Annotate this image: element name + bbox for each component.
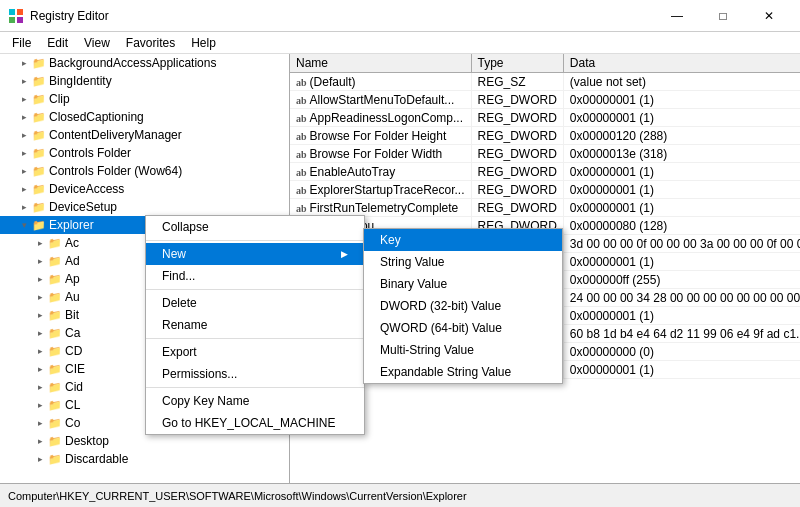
tree-item[interactable]: ▸📁Clip: [0, 90, 289, 108]
tree-expander[interactable]: ▸: [32, 400, 48, 410]
reg-icon: ab: [296, 95, 307, 106]
context-menu-item-go-to-hkey_local_machine[interactable]: Go to HKEY_LOCAL_MACHINE: [146, 412, 364, 434]
folder-icon: 📁: [32, 111, 46, 124]
cell-name: abBrowse For Folder Height: [290, 127, 471, 145]
menu-edit[interactable]: Edit: [39, 34, 76, 52]
context-menu-item-rename[interactable]: Rename: [146, 314, 364, 336]
maximize-button[interactable]: □: [700, 0, 746, 32]
tree-item-label: Ap: [65, 272, 80, 286]
context-menu-item-copy-key-name[interactable]: Copy Key Name: [146, 390, 364, 412]
context-menu-item-permissions...[interactable]: Permissions...: [146, 363, 364, 385]
tree-expander[interactable]: ▸: [16, 76, 32, 86]
cell-type: REG_DWORD: [471, 145, 563, 163]
menu-favorites[interactable]: Favorites: [118, 34, 183, 52]
submenu-item-string-value[interactable]: String Value: [364, 251, 562, 273]
table-row[interactable]: abAllowStartMenuToDefault...REG_DWORD0x0…: [290, 91, 800, 109]
context-menu[interactable]: CollapseNew▶Find...DeleteRenameExportPer…: [145, 215, 365, 435]
menu-help[interactable]: Help: [183, 34, 224, 52]
cell-data: 60 b8 1d b4 e4 64 d2 11 99 06 e4 9f ad c…: [563, 325, 800, 343]
context-menu-item-export[interactable]: Export: [146, 341, 364, 363]
submenu-item-label: DWORD (32-bit) Value: [380, 299, 501, 313]
tree-expander[interactable]: ▸: [32, 274, 48, 284]
tree-expander[interactable]: ▸: [32, 346, 48, 356]
tree-expander[interactable]: ▸: [32, 382, 48, 392]
context-menu-item-find...[interactable]: Find...: [146, 265, 364, 287]
folder-icon: 📁: [32, 93, 46, 106]
submenu-item-label: Key: [380, 233, 401, 247]
submenu-item-label: QWORD (64-bit) Value: [380, 321, 502, 335]
folder-icon: 📁: [48, 399, 62, 412]
folder-icon: 📁: [48, 237, 62, 250]
submenu-item-multi-string-value[interactable]: Multi-String Value: [364, 339, 562, 361]
tree-expander[interactable]: ▸: [16, 148, 32, 158]
tree-expander[interactable]: ▸: [32, 238, 48, 248]
reg-icon: ab: [296, 77, 307, 88]
tree-item-label: ClosedCaptioning: [49, 110, 144, 124]
submenu-item-binary-value[interactable]: Binary Value: [364, 273, 562, 295]
context-menu-item-new[interactable]: New▶: [146, 243, 364, 265]
submenu-item-qword-64-bit-value[interactable]: QWORD (64-bit) Value: [364, 317, 562, 339]
submenu-item-dword-32-bit-value[interactable]: DWORD (32-bit) Value: [364, 295, 562, 317]
table-row[interactable]: abBrowse For Folder HeightREG_DWORD0x000…: [290, 127, 800, 145]
tree-item-label: CL: [65, 398, 80, 412]
tree-item-label: BingIdentity: [49, 74, 112, 88]
submenu-new[interactable]: KeyString ValueBinary ValueDWORD (32-bit…: [363, 228, 563, 384]
table-row[interactable]: abFirstRunTelemetryCompleteREG_DWORD0x00…: [290, 199, 800, 217]
tree-expander[interactable]: ▸: [16, 130, 32, 140]
cell-data: 0x00000001 (1): [563, 181, 800, 199]
tree-expander[interactable]: ▾: [16, 220, 32, 230]
folder-icon: 📁: [32, 201, 46, 214]
tree-item[interactable]: ▸📁DeviceSetup: [0, 198, 289, 216]
tree-item[interactable]: ▸📁BingIdentity: [0, 72, 289, 90]
tree-item[interactable]: ▸📁Discardable: [0, 450, 289, 468]
tree-expander[interactable]: ▸: [16, 184, 32, 194]
tree-expander[interactable]: ▸: [16, 94, 32, 104]
tree-item[interactable]: ▸📁Controls Folder: [0, 144, 289, 162]
tree-item[interactable]: ▸📁Controls Folder (Wow64): [0, 162, 289, 180]
menu-view[interactable]: View: [76, 34, 118, 52]
tree-expander[interactable]: ▸: [32, 436, 48, 446]
minimize-button[interactable]: —: [654, 0, 700, 32]
submenu-item-key[interactable]: Key: [364, 229, 562, 251]
tree-expander[interactable]: ▸: [32, 328, 48, 338]
tree-expander[interactable]: ▸: [32, 292, 48, 302]
tree-expander[interactable]: ▸: [32, 418, 48, 428]
app-title: Registry Editor: [30, 9, 654, 23]
tree-item[interactable]: ▸📁ContentDeliveryManager: [0, 126, 289, 144]
tree-item[interactable]: ▸📁BackgroundAccessApplications: [0, 54, 289, 72]
col-data: Data: [563, 54, 800, 73]
table-row[interactable]: abBrowse For Folder WidthREG_DWORD0x0000…: [290, 145, 800, 163]
tree-expander[interactable]: ▸: [16, 112, 32, 122]
tree-item-label: Ac: [65, 236, 79, 250]
col-name: Name: [290, 54, 471, 73]
close-button[interactable]: ✕: [746, 0, 792, 32]
context-menu-item-collapse[interactable]: Collapse: [146, 216, 364, 238]
tree-expander[interactable]: ▸: [32, 454, 48, 464]
tree-expander[interactable]: ▸: [16, 166, 32, 176]
submenu-item-expandable-string-value[interactable]: Expandable String Value: [364, 361, 562, 383]
cell-data: 0x00000001 (1): [563, 253, 800, 271]
table-row[interactable]: abExplorerStartupTraceRecor...REG_DWORD0…: [290, 181, 800, 199]
tree-item-label: Bit: [65, 308, 79, 322]
menu-file[interactable]: File: [4, 34, 39, 52]
tree-item[interactable]: ▸📁ClosedCaptioning: [0, 108, 289, 126]
submenu-item-label: Expandable String Value: [380, 365, 511, 379]
tree-expander[interactable]: ▸: [32, 364, 48, 374]
tree-expander[interactable]: ▸: [16, 202, 32, 212]
ctx-item-label: Find...: [162, 269, 195, 283]
tree-expander[interactable]: ▸: [32, 310, 48, 320]
tree-expander[interactable]: ▸: [32, 256, 48, 266]
cell-type: REG_DWORD: [471, 91, 563, 109]
folder-icon: 📁: [48, 345, 62, 358]
ctx-item-label: New: [162, 247, 186, 261]
table-row[interactable]: ab(Default)REG_SZ(value not set): [290, 73, 800, 91]
ctx-item-label: Permissions...: [162, 367, 237, 381]
tree-expander[interactable]: ▸: [16, 58, 32, 68]
context-menu-item-delete[interactable]: Delete: [146, 292, 364, 314]
cell-data: 0x00000001 (1): [563, 91, 800, 109]
tree-item[interactable]: ▸📁DeviceAccess: [0, 180, 289, 198]
submenu-item-label: String Value: [380, 255, 444, 269]
table-row[interactable]: abAppReadinessLogonComp...REG_DWORD0x000…: [290, 109, 800, 127]
table-row[interactable]: abEnableAutoTrayREG_DWORD0x00000001 (1): [290, 163, 800, 181]
reg-icon: ab: [296, 113, 307, 124]
